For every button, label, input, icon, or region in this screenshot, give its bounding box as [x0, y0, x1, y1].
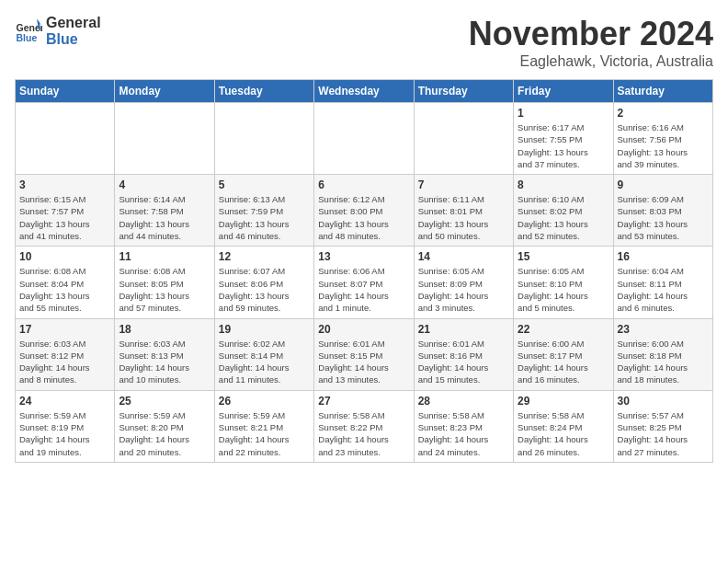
weekday-header-tuesday: Tuesday [214, 80, 313, 103]
day-number: 7 [418, 178, 509, 191]
day-info: Sunrise: 6:17 AMSunset: 7:55 PMDaylight:… [518, 121, 609, 170]
day-info: Sunrise: 6:06 AMSunset: 8:07 PMDaylight:… [318, 265, 409, 314]
day-number: 19 [219, 323, 310, 336]
calendar-cell: 22Sunrise: 6:00 AMSunset: 8:17 PMDayligh… [514, 318, 613, 390]
day-number: 11 [119, 250, 210, 263]
day-info: Sunrise: 6:08 AMSunset: 8:05 PMDaylight:… [119, 265, 210, 314]
day-number: 18 [119, 323, 210, 336]
day-number: 20 [318, 323, 409, 336]
day-number: 21 [418, 323, 509, 336]
calendar-cell: 12Sunrise: 6:07 AMSunset: 8:06 PMDayligh… [214, 247, 313, 318]
day-number: 14 [418, 250, 509, 263]
logo-icon: General Blue [15, 17, 42, 45]
day-number: 9 [618, 178, 709, 191]
day-info: Sunrise: 5:58 AMSunset: 8:24 PMDaylight:… [518, 409, 609, 458]
logo-general-text: General [46, 15, 101, 30]
weekday-header-friday: Friday [514, 80, 613, 103]
calendar-cell: 4Sunrise: 6:14 AMSunset: 7:58 PMDaylight… [115, 175, 214, 247]
calendar-table: SundayMondayTuesdayWednesdayThursdayFrid… [15, 79, 713, 463]
day-number: 10 [19, 250, 110, 263]
day-info: Sunrise: 6:10 AMSunset: 8:02 PMDaylight:… [518, 193, 609, 242]
calendar-cell [314, 103, 414, 175]
day-number: 16 [618, 250, 709, 263]
weekday-header-thursday: Thursday [414, 80, 513, 103]
calendar-cell: 11Sunrise: 6:08 AMSunset: 8:05 PMDayligh… [115, 247, 214, 318]
calendar-cell: 16Sunrise: 6:04 AMSunset: 8:11 PMDayligh… [613, 247, 712, 318]
calendar-cell [214, 103, 313, 175]
day-info: Sunrise: 6:14 AMSunset: 7:58 PMDaylight:… [119, 193, 210, 242]
svg-text:Blue: Blue [17, 31, 38, 42]
calendar-cell: 27Sunrise: 5:58 AMSunset: 8:22 PMDayligh… [314, 390, 414, 462]
calendar-week-row: 24Sunrise: 5:59 AMSunset: 8:19 PMDayligh… [16, 390, 713, 462]
day-number: 4 [119, 178, 210, 191]
day-info: Sunrise: 6:11 AMSunset: 8:01 PMDaylight:… [418, 193, 509, 242]
day-info: Sunrise: 6:07 AMSunset: 8:06 PMDaylight:… [219, 265, 310, 314]
weekday-header-monday: Monday [115, 80, 214, 103]
day-info: Sunrise: 6:13 AMSunset: 7:59 PMDaylight:… [219, 193, 310, 242]
calendar-cell: 21Sunrise: 6:01 AMSunset: 8:16 PMDayligh… [414, 318, 513, 390]
calendar-cell: 19Sunrise: 6:02 AMSunset: 8:14 PMDayligh… [214, 318, 313, 390]
day-info: Sunrise: 6:08 AMSunset: 8:04 PMDaylight:… [19, 265, 110, 314]
day-number: 25 [119, 395, 210, 408]
calendar-cell: 26Sunrise: 5:59 AMSunset: 8:21 PMDayligh… [214, 390, 313, 462]
weekday-header-wednesday: Wednesday [314, 80, 414, 103]
day-info: Sunrise: 6:15 AMSunset: 7:57 PMDaylight:… [19, 193, 110, 242]
day-number: 28 [418, 395, 509, 408]
logo: General Blue General Blue [15, 15, 101, 47]
weekday-header-row: SundayMondayTuesdayWednesdayThursdayFrid… [16, 80, 713, 103]
calendar-cell [414, 103, 513, 175]
day-number: 23 [618, 323, 709, 336]
calendar-cell: 14Sunrise: 6:05 AMSunset: 8:09 PMDayligh… [414, 247, 513, 318]
day-info: Sunrise: 6:03 AMSunset: 8:12 PMDaylight:… [19, 338, 110, 386]
day-info: Sunrise: 6:04 AMSunset: 8:11 PMDaylight:… [618, 265, 709, 314]
day-number: 27 [318, 395, 409, 408]
calendar-cell: 25Sunrise: 5:59 AMSunset: 8:20 PMDayligh… [115, 390, 214, 462]
day-info: Sunrise: 6:09 AMSunset: 8:03 PMDaylight:… [618, 193, 709, 242]
day-info: Sunrise: 6:12 AMSunset: 8:00 PMDaylight:… [318, 193, 409, 242]
day-info: Sunrise: 6:01 AMSunset: 8:15 PMDaylight:… [318, 338, 409, 386]
month-title: November 2024 [469, 15, 713, 53]
day-number: 13 [318, 250, 409, 263]
day-info: Sunrise: 6:02 AMSunset: 8:14 PMDaylight:… [219, 338, 310, 386]
day-info: Sunrise: 6:03 AMSunset: 8:13 PMDaylight:… [119, 338, 210, 386]
day-number: 30 [618, 395, 709, 408]
calendar-cell: 13Sunrise: 6:06 AMSunset: 8:07 PMDayligh… [314, 247, 414, 318]
calendar-header: SundayMondayTuesdayWednesdayThursdayFrid… [16, 80, 713, 103]
day-info: Sunrise: 6:00 AMSunset: 8:18 PMDaylight:… [618, 338, 709, 386]
calendar-cell: 1Sunrise: 6:17 AMSunset: 7:55 PMDaylight… [514, 103, 613, 175]
day-number: 29 [518, 395, 609, 408]
day-info: Sunrise: 6:05 AMSunset: 8:09 PMDaylight:… [418, 265, 509, 314]
day-info: Sunrise: 5:59 AMSunset: 8:21 PMDaylight:… [219, 409, 310, 458]
day-info: Sunrise: 6:05 AMSunset: 8:10 PMDaylight:… [518, 265, 609, 314]
header: General Blue General Blue November 2024 … [15, 15, 713, 70]
day-number: 22 [518, 323, 609, 336]
weekday-header-saturday: Saturday [613, 80, 712, 103]
day-number: 1 [518, 107, 609, 120]
calendar-cell: 23Sunrise: 6:00 AMSunset: 8:18 PMDayligh… [613, 318, 712, 390]
weekday-header-sunday: Sunday [16, 80, 115, 103]
day-info: Sunrise: 5:57 AMSunset: 8:25 PMDaylight:… [618, 409, 709, 458]
calendar-cell: 24Sunrise: 5:59 AMSunset: 8:19 PMDayligh… [16, 390, 115, 462]
day-info: Sunrise: 5:59 AMSunset: 8:19 PMDaylight:… [19, 409, 110, 458]
day-number: 6 [318, 178, 409, 191]
day-info: Sunrise: 6:00 AMSunset: 8:17 PMDaylight:… [518, 338, 609, 386]
calendar-cell: 15Sunrise: 6:05 AMSunset: 8:10 PMDayligh… [514, 247, 613, 318]
calendar-cell [115, 103, 214, 175]
day-number: 12 [219, 250, 310, 263]
title-block: November 2024 Eaglehawk, Victoria, Austr… [469, 15, 713, 70]
calendar-cell: 7Sunrise: 6:11 AMSunset: 8:01 PMDaylight… [414, 175, 513, 247]
calendar-cell: 3Sunrise: 6:15 AMSunset: 7:57 PMDaylight… [16, 175, 115, 247]
calendar-cell: 30Sunrise: 5:57 AMSunset: 8:25 PMDayligh… [613, 390, 712, 462]
calendar-cell [16, 103, 115, 175]
calendar-week-row: 10Sunrise: 6:08 AMSunset: 8:04 PMDayligh… [16, 247, 713, 318]
calendar-cell: 8Sunrise: 6:10 AMSunset: 8:02 PMDaylight… [514, 175, 613, 247]
calendar-week-row: 17Sunrise: 6:03 AMSunset: 8:12 PMDayligh… [16, 318, 713, 390]
day-info: Sunrise: 5:58 AMSunset: 8:22 PMDaylight:… [318, 409, 409, 458]
day-number: 5 [219, 178, 310, 191]
day-number: 24 [19, 395, 110, 408]
day-number: 17 [19, 323, 110, 336]
calendar-cell: 5Sunrise: 6:13 AMSunset: 7:59 PMDaylight… [214, 175, 313, 247]
day-info: Sunrise: 5:58 AMSunset: 8:23 PMDaylight:… [418, 409, 509, 458]
calendar-week-row: 3Sunrise: 6:15 AMSunset: 7:57 PMDaylight… [16, 175, 713, 247]
calendar-cell: 17Sunrise: 6:03 AMSunset: 8:12 PMDayligh… [16, 318, 115, 390]
